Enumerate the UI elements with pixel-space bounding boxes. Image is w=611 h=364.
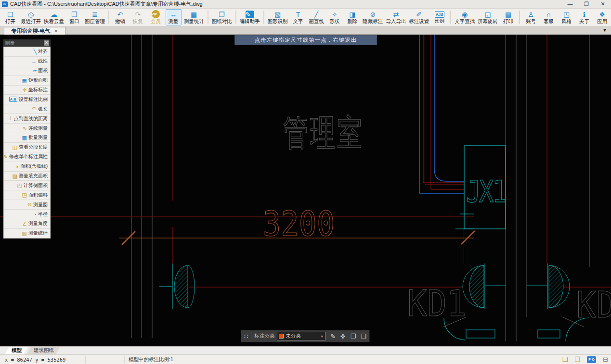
toolbar-button-label: 标注设置 [409, 18, 429, 25]
toolbar-button-label: 快看云盘 [44, 18, 64, 25]
window-mode-icon[interactable]: ⊟ [603, 356, 608, 363]
toolbar-button-label: 文字查找 [455, 18, 475, 25]
measure-panel-header[interactable]: 测量 ✕ [3, 39, 51, 47]
classify-grid-icon[interactable]: ∷ [244, 333, 248, 340]
measure-tool-label: 对齐 [38, 48, 48, 55]
cable-label-right: KD [576, 284, 611, 326]
toolbar-button-label: 恢复 [133, 18, 143, 25]
measure-tool-area[interactable]: ▱ 面积 [4, 66, 50, 75]
chevron-down-icon[interactable]: ▾ [319, 332, 325, 340]
toolbar-button-icon: ⊘ [370, 11, 376, 18]
image-export-icon[interactable]: ❐ [574, 356, 580, 363]
document-tab-label: 专用宿舍楼-电气 [11, 27, 50, 35]
close-button-icon[interactable]: ✕ [595, 1, 611, 7]
toolbar-button-undo[interactable]: ↶ 撤销 [112, 9, 128, 25]
toolbar-button-about[interactable]: ℹ 关于 [576, 9, 592, 25]
toolbar-button-cloud-drive[interactable]: ☁ 快看云盘 [43, 9, 65, 25]
toolbar-button-icon: ◉ [462, 11, 468, 18]
move-annotation-icon[interactable]: ✜ [340, 333, 346, 340]
toolbar-button-label: 形状 [329, 18, 339, 25]
measure-tool-icon: ◫ [13, 144, 17, 151]
measure-tool-point-to-line-distance[interactable]: ⊥ 点到直线的距离 [4, 113, 50, 123]
toolbar-button-shapes[interactable]: ✧ 形状 [326, 9, 342, 25]
measure-tool-icon: ▦ [22, 77, 27, 84]
sheet-tab-architecture[interactable]: 建筑图纸 [26, 347, 61, 354]
toolbar-button-import-export[interactable]: ⇄ 导入导出 [385, 9, 406, 25]
toolbar-button-annotation-settings[interactable]: ✐ 标注设置 [408, 9, 429, 25]
measure-tool-modify-annotation-prop[interactable]: ✎ 修改单个标注属性 [4, 152, 50, 162]
measure-tool-arc-length[interactable]: ◠ 弧长 [4, 104, 50, 113]
toolbar-button-recent-open[interactable]: ◷ 最近打开 [20, 9, 41, 25]
toolbar-button-shape-recognition[interactable]: ▧ 图形识别 [267, 9, 288, 25]
restore-button-icon[interactable]: ❐ [578, 1, 595, 7]
measure-tool-radius[interactable]: ◔ 半径 [4, 209, 50, 219]
copy-annotation-icon[interactable]: ❐ [351, 333, 356, 340]
measure-tool-fill-area[interactable]: ▨ 测量填充面积 [4, 171, 50, 181]
toolbar-button-draw-line[interactable]: ╱ 画直线 [308, 9, 325, 25]
toolbar-button-support[interactable]: ∩ 客服 [541, 9, 557, 25]
toolbar-button-style[interactable]: ◳ 风格 [559, 9, 574, 25]
toolbar-button-label: 打印 [503, 18, 513, 25]
paste-annotation-icon[interactable]: ❒ [361, 333, 366, 340]
cad-canvas[interactable]: 管理室 3200 JX1 KD1 KD 点击左键指定尺寸线第一点，右键退出 测量… [0, 35, 611, 346]
toolbar-button-open[interactable]: ❏ 打开 [2, 9, 18, 25]
measure-tool-measure-stats[interactable]: ▥ 测量统计 [4, 228, 50, 238]
toolbar-button-measure-stats[interactable]: ▦ 测量统计 [183, 9, 205, 25]
toolbar-button-measure[interactable]: ↔ 测量 [166, 9, 182, 25]
toolbar-button-print[interactable]: ▤ 打印 [500, 9, 516, 25]
toolbar-button-text-search[interactable]: ◉ 文字查找 [454, 9, 475, 25]
toolbar-separator [108, 11, 109, 24]
toolbar-button-apps[interactable]: ❖ 应用 [594, 9, 610, 25]
measure-tool-measure-circle[interactable]: ⊚ 测量圆 [4, 200, 50, 209]
toolbar-button-label: 风格 [561, 18, 572, 25]
measure-tool-label: 批量测量 [28, 134, 48, 141]
document-tab[interactable]: 专用宿舍楼-电气 ✕ [4, 27, 65, 35]
category-label: 标注分类 [254, 333, 274, 339]
measure-tool-set-annotation-scale[interactable]: A:B 设置标注比例 [4, 94, 50, 104]
toolbar-button-redo[interactable]: ↷ 恢复 [130, 9, 146, 25]
cad-drawing: 管理室 3200 JX1 KD1 KD [0, 35, 611, 346]
minimize-button-icon[interactable]: — [562, 1, 578, 7]
measure-tool-icon: A:B [9, 97, 17, 102]
document-tab-close-icon[interactable]: ✕ [54, 28, 58, 34]
toolbar-button-scale[interactable]: A:B 比例 [431, 9, 447, 25]
measure-panel-close-icon[interactable]: ✕ [44, 40, 49, 46]
measure-tool-label: 计算侧面积 [24, 182, 48, 189]
measure-tool-icon: ◗ [16, 163, 19, 169]
toolbar-button-edit-assistant[interactable]: ✎ 编辑助手 [239, 9, 260, 25]
toolbar-button-layer-manager[interactable]: ≣ 图层管理 [84, 9, 105, 25]
measure-tool-area-offset[interactable]: ◳ 面积偏移 [4, 190, 50, 200]
toolbar-button-drawing-compare[interactable]: ❐ 图纸对比 [211, 9, 233, 25]
toolbar-button-icon: ▤ [505, 11, 511, 18]
measure-tool-side-area[interactable]: ◰ 计算侧面积 [4, 180, 50, 190]
measure-tool-linear[interactable]: ↔ 线性 [4, 56, 50, 66]
measure-tool-align[interactable]: ╲ 对齐 [4, 47, 50, 56]
toolbar-button-text[interactable]: T 文字 [290, 9, 306, 25]
toolbar-button-account[interactable]: ♙ 账号 [523, 9, 539, 25]
measure-tool-area-with-arc[interactable]: ◗ 面积(含弧线) [4, 162, 50, 171]
category-dropdown[interactable]: 未分类 ▾ [277, 332, 325, 340]
toolbar-button-screen-rotate[interactable]: ◱ 屏幕旋转 [477, 9, 498, 25]
toolbar-button-delete[interactable]: ◨ 删除 [344, 9, 360, 25]
measure-tool-rect-area[interactable]: ▦ 矩形面积 [4, 75, 50, 85]
edit-annotation-icon[interactable]: ✎ [330, 333, 336, 340]
po-converter-icon[interactable]: P-O [587, 356, 596, 363]
toolbar-button-label: 应用 [597, 18, 607, 25]
measure-tool-label: 点到直线的距离 [14, 115, 48, 122]
measure-tool-label: 弧长 [38, 106, 48, 113]
measure-tool-segment-length[interactable]: ◫ 查看分段长度 [4, 142, 50, 152]
measure-tool-coordinate-annotation[interactable]: ✛ 坐标标注 [4, 85, 50, 95]
toolbar-separator [263, 11, 264, 24]
wall-lines [131, 35, 589, 341]
measure-tool-batch-measure[interactable]: ▩ 批量测量 [4, 133, 50, 142]
toolbar-button-icon: ✐ [416, 11, 422, 18]
toolbar-button-vip-member[interactable]: VIP 会员 [148, 9, 164, 25]
toolbar-button-window[interactable]: ❒ 窗口 [66, 9, 82, 25]
measure-tool-measure-angle[interactable]: ∠ 测量角度 [4, 219, 50, 228]
pdf-export-icon[interactable]: ❏ [562, 356, 568, 363]
tab-overflow-icon[interactable]: ▼ [602, 27, 607, 33]
toolbar-button-hide-annotations[interactable]: ⊘ 隐藏标注 [362, 9, 383, 25]
sheet-tab-model[interactable]: 模型 [5, 347, 28, 354]
measure-tool-continuous-measure[interactable]: ∿ 连续测量 [4, 123, 50, 133]
toolbar-button-label: 会员 [151, 18, 161, 25]
